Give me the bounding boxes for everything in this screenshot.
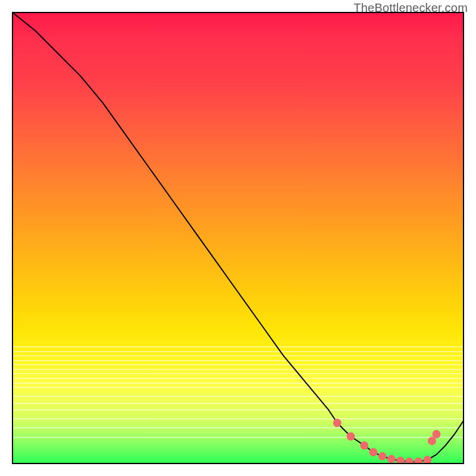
curve-marker bbox=[387, 455, 396, 463]
curve-marker bbox=[333, 419, 342, 427]
plot-frame-right bbox=[463, 12, 464, 464]
bottleneck-chart: TheBottlenecker.com bbox=[0, 0, 476, 476]
plot-frame-top bbox=[12, 12, 464, 13]
curve-marker bbox=[347, 433, 355, 441]
curve-marker bbox=[369, 448, 377, 456]
curve-marker bbox=[433, 430, 441, 439]
plot-frame-bottom bbox=[12, 463, 464, 464]
curve-marker bbox=[428, 437, 436, 445]
plot-frame-left bbox=[12, 12, 13, 464]
bottleneck-curve bbox=[12, 12, 464, 464]
curve-marker bbox=[360, 441, 368, 450]
curve-marker bbox=[378, 452, 387, 461]
plot-area bbox=[12, 12, 464, 464]
